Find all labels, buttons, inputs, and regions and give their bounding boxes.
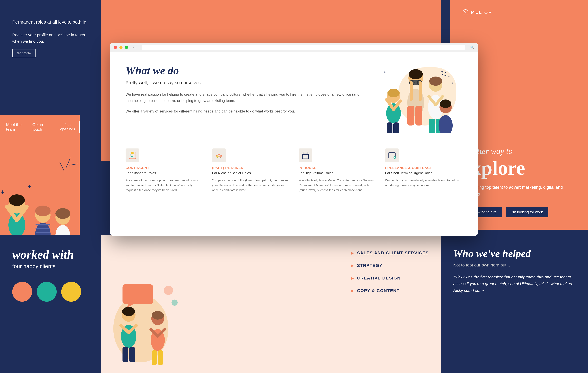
svg-point-71 [439,115,453,133]
nav-items: Meet the team Get in touch Job openings [6,121,80,133]
browser-back-button[interactable]: ‹ [133,45,134,50]
section-body-2: We offer a variety of services for diffe… [126,108,363,114]
svg-rect-59 [415,106,422,125]
freelance-icon [385,148,399,162]
svg-rect-30 [35,228,50,229]
client-logos [12,282,89,302]
what-we-do-section: What we do Pretty well, if we do say so … [126,64,462,133]
browser-titlebar: ‹ › 🔍 [110,43,478,52]
who-helped-title: Who we've helped [453,248,576,259]
svg-text:✦: ✦ [0,189,5,196]
svg-point-19 [8,213,25,237]
svg-point-102 [122,307,135,316]
service-label-2: STRATEGY [357,263,382,268]
svg-line-42 [69,164,78,165]
service-label-4: COPY & CONTENT [357,288,399,293]
service-desc-inhouse: You effectively hire a Melior Consultant… [299,178,376,193]
client-logo-3 [61,282,81,302]
service-type-retained: (PART) RETAINED [212,166,289,170]
service-desc-contingent: For some of the more popular roles, we c… [126,178,203,193]
melior-logo-icon [462,9,469,15]
browser-forward-button[interactable]: › [135,45,136,50]
browser-search-icon: 🔍 [470,46,474,49]
service-list-item-4: ▶ COPY & CONTENT [351,288,429,293]
browser-maximize-dot[interactable] [125,46,128,49]
service-desc-freelance: We can find you immediately available ta… [385,178,462,188]
service-type-freelance: FREELANCE & CONTRACT [385,166,462,170]
svg-point-116 [171,300,178,306]
looking-for-work-button[interactable]: I'm looking for work [506,207,548,217]
svg-text:+: + [454,104,456,108]
svg-rect-111 [152,350,157,365]
svg-rect-87 [303,152,308,155]
svg-point-83 [131,152,134,154]
service-bullet-2: ▶ [351,263,354,268]
browser-nav-buttons: ‹ › [133,45,136,50]
job-openings-button[interactable]: Job openings [56,121,80,133]
service-role-freelance: For Short-Term or Urgent Roles [385,171,462,175]
service-card-inhouse: IN-HOUSE For High Volume Roles You effec… [299,148,376,193]
svg-rect-49 [393,123,399,133]
retained-icon [212,148,226,162]
service-type-inhouse: IN-HOUSE [299,166,376,170]
service-list-item-2: ▶ STRATEGY [351,263,429,268]
register-profile-button[interactable]: ter profile [12,49,35,57]
who-helped-subtitle: Not to toot our own horn but... [453,263,576,268]
inhouse-icon [299,148,312,162]
page-wrapper: Permanent roles at all levels, both in R… [0,0,588,373]
svg-rect-48 [387,123,392,133]
svg-line-79 [443,75,449,77]
explore-big-word: explore [462,158,576,178]
browser-window: ‹ › 🔍 What we do Pretty well, if we do s… [110,43,478,236]
service-card-freelance: FREELANCE & CONTRACT For Short-Term or U… [385,148,462,193]
panel-bottom-left: worked with four happy clients [0,235,101,373]
svg-text:✦: ✦ [28,184,32,189]
nav-get-in-touch[interactable]: Get in touch [32,122,48,132]
section-heading: What we do [126,64,363,77]
svg-point-84 [216,155,219,158]
bottom-center-illustration [110,275,187,367]
svg-text:✦: ✦ [440,70,444,74]
svg-rect-104 [123,347,128,362]
explore-tagline: A better way to [462,146,576,156]
svg-rect-99 [123,284,153,304]
services-grid: CONTINGENT For "Standard Roles" For some… [126,148,462,193]
svg-point-63 [429,77,442,86]
browser-content: What we do Pretty well, if we do say so … [110,52,478,236]
contingent-icon [126,148,139,162]
service-bullet-4: ▶ [351,289,354,293]
client-logo-2 [37,282,57,302]
browser-url-bar[interactable] [142,45,465,50]
svg-point-38 [55,208,70,219]
svg-text:✦: ✦ [451,82,453,85]
testimonial-text: "Nicky was the first recruiter that actu… [453,274,576,294]
browser-close-dot[interactable] [114,46,117,49]
panel-bottom-right: Who we've helped Not to toot our own hor… [441,235,588,373]
svg-rect-65 [429,119,435,133]
what-we-do-illustration: ✦ ✦ + + [378,64,462,133]
svg-point-53 [409,69,423,79]
section-subheading: Pretty well, if we do say so ourselves [126,80,363,85]
melior-logo-text: MELIOR [471,10,492,15]
svg-line-41 [66,158,70,168]
service-list-item-3: ▶ CREATIVE DESIGN [351,276,429,280]
svg-point-70 [440,100,452,108]
svg-rect-105 [129,347,135,362]
service-role-retained: For Niche or Senior Roles [212,171,289,175]
svg-rect-112 [158,350,163,365]
svg-text:+: + [384,70,386,74]
service-label-3: CREATIVE DESIGN [357,276,400,280]
explore-buttons: I'm looking to hire I'm looking for work [462,207,576,217]
nav-meet-team[interactable]: Meet the team [6,122,25,132]
service-bullet-1: ▶ [351,251,354,255]
browser-minimize-dot[interactable] [119,46,123,49]
svg-line-82 [133,156,135,158]
services-list: ▶ SALES AND CLIENT SERVICES ▶ STRATEGY ▶… [351,250,429,293]
service-label-1: SALES AND CLIENT SERVICES [357,250,429,255]
top-left-body-text: Permanent roles at all levels, both in [12,18,89,26]
client-logo-1 [12,282,32,302]
svg-line-43 [60,162,64,171]
section-body-1: We have real passion for helping to crea… [126,91,363,104]
svg-point-115 [164,286,173,295]
service-type-contingent: CONTINGENT [126,166,203,170]
